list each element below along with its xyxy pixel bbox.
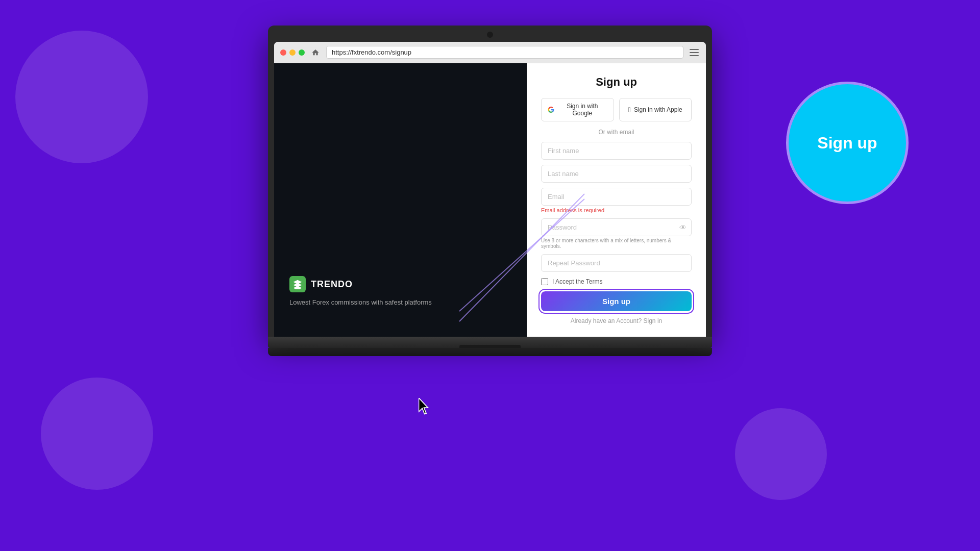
laptop-body: https://fxtrendo.com/signup	[268, 26, 712, 337]
email-input[interactable]	[541, 188, 692, 206]
password-group: 👁 Use 8 or more characters with a mix of…	[541, 218, 692, 249]
laptop-hinge	[459, 345, 521, 348]
signup-callout-circle: Sign up	[786, 82, 909, 204]
browser-window: https://fxtrendo.com/signup	[274, 42, 706, 337]
already-account-text: Already have an Account? Sign in	[541, 317, 692, 324]
logo-icon	[289, 276, 306, 292]
google-signin-button[interactable]: Sign in with Google	[541, 98, 614, 121]
menu-line-1	[690, 49, 699, 50]
password-wrapper: 👁	[541, 218, 692, 236]
cursor-icon	[419, 398, 433, 416]
google-icon	[548, 106, 554, 113]
form-title: Sign up	[541, 76, 692, 89]
already-account-label: Already have an Account? Sign in	[571, 317, 662, 324]
apple-icon: 	[628, 106, 631, 114]
social-buttons: Sign in with Google  Sign in with Apple	[541, 98, 692, 121]
menu-line-3	[690, 55, 699, 56]
terms-label[interactable]: I Accept the Terms	[552, 278, 603, 285]
first-name-input[interactable]	[541, 142, 692, 160]
or-divider: Or with email	[541, 129, 692, 136]
bg-decoration-circle-1	[15, 31, 148, 163]
address-bar[interactable]: https://fxtrendo.com/signup	[326, 46, 683, 59]
email-error-text: Email address is required	[541, 207, 692, 213]
repeat-password-input[interactable]	[541, 254, 692, 272]
laptop-stand	[268, 348, 712, 356]
logo-area: TRENDO	[289, 276, 511, 292]
webcam	[487, 32, 493, 38]
email-group: Email address is required	[541, 188, 692, 213]
last-name-input[interactable]	[541, 165, 692, 183]
bg-decoration-circle-3	[735, 408, 827, 500]
or-divider-text: Or with email	[598, 129, 634, 136]
toggle-password-icon[interactable]: 👁	[679, 223, 687, 232]
password-input[interactable]	[541, 218, 692, 236]
laptop-container: https://fxtrendo.com/signup	[268, 26, 712, 356]
signup-button[interactable]: Sign up	[541, 291, 692, 311]
home-button[interactable]	[310, 47, 321, 58]
tagline: Lowest Forex commissions with safest pla…	[289, 298, 511, 306]
left-panel: TRENDO Lowest Forex commissions with saf…	[274, 63, 527, 337]
signup-callout-text: Sign up	[817, 134, 877, 153]
repeat-password-group	[541, 254, 692, 272]
logo-text: TRENDO	[311, 279, 353, 290]
apple-signin-button[interactable]:  Sign in with Apple	[619, 98, 692, 121]
mouse-cursor	[419, 398, 433, 418]
terms-checkbox[interactable]	[541, 278, 548, 285]
last-name-group	[541, 165, 692, 183]
terms-checkbox-row: I Accept the Terms	[541, 278, 692, 285]
password-hint-text: Use 8 or more characters with a mix of l…	[541, 238, 692, 249]
traffic-light-yellow[interactable]	[289, 49, 296, 56]
browser-chrome: https://fxtrendo.com/signup	[274, 42, 706, 63]
menu-button[interactable]	[689, 47, 700, 58]
bg-decoration-circle-2	[41, 378, 153, 490]
signup-button-label: Sign up	[602, 297, 630, 306]
traffic-lights	[280, 49, 305, 56]
google-signin-label: Sign in with Google	[557, 103, 607, 117]
traffic-light-red[interactable]	[280, 49, 286, 56]
signup-form-panel: Sign up Sign in with Google	[527, 63, 706, 337]
laptop-base	[268, 337, 712, 348]
trendo-icon	[292, 279, 303, 289]
browser-content: TRENDO Lowest Forex commissions with saf…	[274, 63, 706, 337]
apple-signin-label: Sign in with Apple	[634, 106, 682, 113]
home-icon	[311, 48, 320, 57]
menu-line-2	[690, 52, 699, 53]
first-name-group	[541, 142, 692, 160]
traffic-light-green[interactable]	[299, 49, 305, 56]
